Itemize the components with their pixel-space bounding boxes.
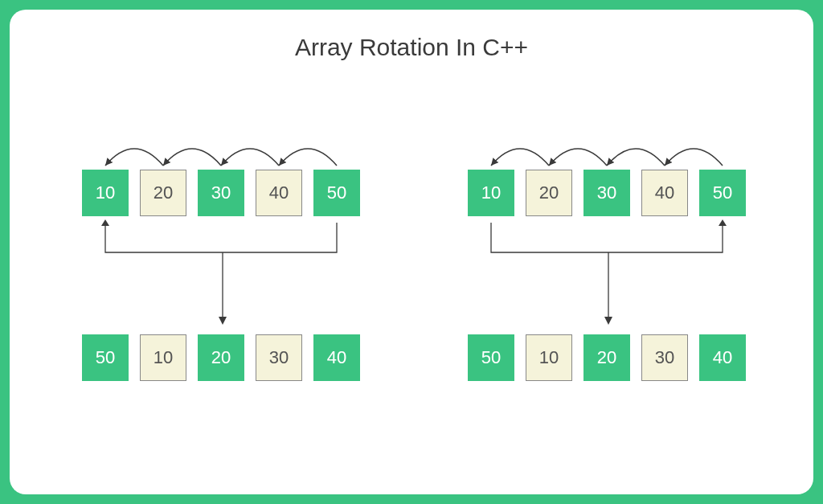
left-top-arcs — [82, 125, 371, 174]
array-cell: 10 — [140, 334, 186, 381]
left-wrap-arrow — [82, 216, 371, 281]
array-cell: 10 — [526, 334, 572, 381]
array-cell: 40 — [256, 170, 302, 216]
right-result-arrow — [592, 252, 624, 333]
right-top-arcs — [468, 125, 757, 174]
array-cell: 40 — [641, 170, 688, 216]
diagram-frame: Array Rotation In C++ 10 20 30 40 50 — [10, 10, 813, 494]
left-top-array: 10 20 30 40 50 — [82, 170, 360, 216]
array-cell: 50 — [82, 334, 129, 381]
right-top-array: 10 20 30 40 50 — [468, 170, 746, 216]
diagram-title: Array Rotation In C++ — [42, 34, 781, 61]
right-bottom-array: 50 10 20 30 40 — [468, 334, 746, 381]
array-cell: 40 — [313, 334, 360, 381]
array-cell: 20 — [198, 334, 244, 381]
array-cell: 40 — [699, 334, 746, 381]
array-cell: 30 — [583, 170, 630, 216]
array-cell: 50 — [468, 334, 514, 381]
left-bottom-array: 50 10 20 30 40 — [82, 334, 360, 381]
diagram-stage: 10 20 30 40 50 — [42, 109, 781, 471]
array-cell: 20 — [140, 170, 186, 216]
array-cell: 30 — [641, 334, 688, 381]
array-cell: 30 — [256, 334, 302, 381]
right-wrap-arrow — [468, 216, 757, 281]
array-cell: 10 — [82, 170, 129, 216]
array-cell: 20 — [526, 170, 572, 216]
array-cell: 30 — [198, 170, 244, 216]
array-cell: 10 — [468, 170, 514, 216]
array-cell: 50 — [699, 170, 746, 216]
array-cell: 20 — [583, 334, 630, 381]
left-result-arrow — [207, 252, 239, 333]
array-cell: 50 — [313, 170, 360, 216]
